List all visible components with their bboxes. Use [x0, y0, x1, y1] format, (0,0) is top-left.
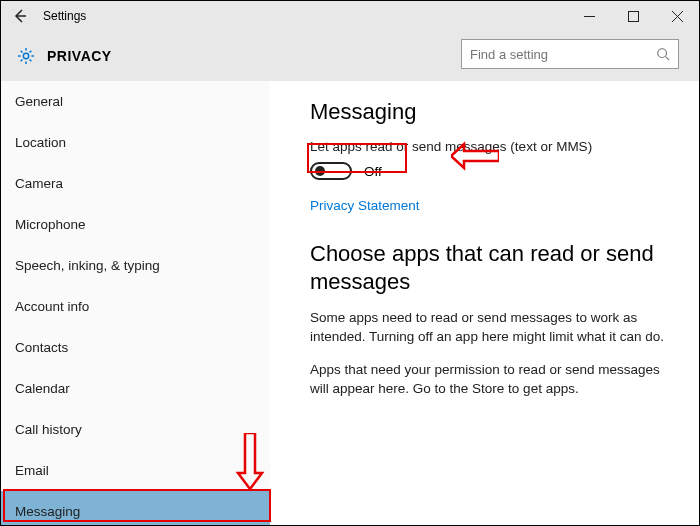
sidebar-item-label: General: [15, 94, 63, 109]
messaging-toggle[interactable]: [310, 162, 352, 180]
sidebar-item-general[interactable]: General: [1, 81, 270, 122]
search-box[interactable]: [461, 39, 679, 69]
sidebar-item-label: Account info: [15, 299, 89, 314]
minimize-button[interactable]: [567, 1, 611, 31]
sidebar-item-label: Messaging: [15, 504, 80, 519]
sidebar-item-calendar[interactable]: Calendar: [1, 368, 270, 409]
sidebar-item-call-history[interactable]: Call history: [1, 409, 270, 450]
toggle-state-label: Off: [364, 164, 382, 179]
sidebar: General Location Camera Microphone Speec…: [1, 81, 270, 525]
sidebar-item-account-info[interactable]: Account info: [1, 286, 270, 327]
header: PRIVACY: [1, 31, 699, 81]
gear-icon: [15, 45, 37, 67]
sidebar-item-speech[interactable]: Speech, inking, & typing: [1, 245, 270, 286]
sidebar-item-location[interactable]: Location: [1, 122, 270, 163]
svg-rect-2: [628, 11, 638, 21]
titlebar: Settings: [1, 1, 699, 31]
sidebar-item-label: Microphone: [15, 217, 86, 232]
svg-point-6: [658, 49, 667, 58]
back-button[interactable]: [7, 3, 33, 29]
sidebar-item-microphone[interactable]: Microphone: [1, 204, 270, 245]
sidebar-item-label: Email: [15, 463, 49, 478]
section-para-2: Apps that need your permission to read o…: [310, 361, 671, 399]
toggle-knob: [315, 166, 325, 176]
page-heading: Messaging: [310, 99, 671, 125]
search-input[interactable]: [462, 47, 648, 62]
body: General Location Camera Microphone Speec…: [1, 81, 699, 525]
sidebar-item-label: Calendar: [15, 381, 70, 396]
svg-point-5: [23, 53, 28, 58]
window-controls: [567, 1, 699, 31]
header-title: PRIVACY: [47, 48, 112, 64]
search-icon[interactable]: [648, 47, 678, 61]
sidebar-item-label: Call history: [15, 422, 82, 437]
window-title: Settings: [43, 9, 86, 23]
maximize-button[interactable]: [611, 1, 655, 31]
sidebar-item-camera[interactable]: Camera: [1, 163, 270, 204]
privacy-statement-link[interactable]: Privacy Statement: [310, 198, 420, 213]
toggle-row: Off: [310, 162, 671, 180]
section-heading: Choose apps that can read or send messag…: [310, 240, 671, 295]
choose-apps-section: Choose apps that can read or send messag…: [310, 240, 671, 399]
toggle-description: Let apps read or send messages (text or …: [310, 139, 671, 154]
sidebar-item-label: Location: [15, 135, 66, 150]
sidebar-item-label: Camera: [15, 176, 63, 191]
content: Messaging Let apps read or send messages…: [270, 81, 699, 525]
section-para-1: Some apps need to read or send messages …: [310, 309, 671, 347]
sidebar-item-email[interactable]: Email: [1, 450, 270, 491]
sidebar-item-label: Contacts: [15, 340, 68, 355]
sidebar-item-messaging[interactable]: Messaging: [1, 491, 270, 525]
close-button[interactable]: [655, 1, 699, 31]
svg-line-7: [666, 57, 670, 61]
sidebar-item-contacts[interactable]: Contacts: [1, 327, 270, 368]
sidebar-item-label: Speech, inking, & typing: [15, 258, 160, 273]
